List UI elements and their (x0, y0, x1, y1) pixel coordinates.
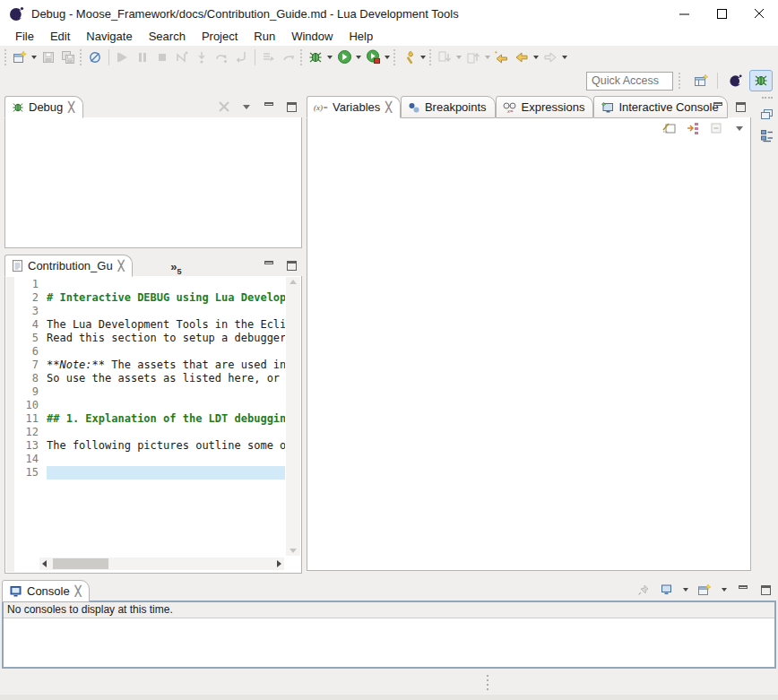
menu-edit[interactable]: Edit (42, 28, 78, 46)
pin-console-button[interactable] (636, 583, 651, 597)
open-console-dropdown[interactable] (720, 583, 728, 597)
line-text[interactable] (47, 305, 285, 318)
back-button[interactable] (512, 48, 532, 67)
editor-line[interactable]: 13The following pictures outline some o (14, 439, 285, 453)
scroll-down-icon[interactable] (290, 549, 297, 553)
forward-dropdown[interactable] (560, 48, 569, 67)
show-logical-structures-button[interactable] (686, 121, 700, 135)
toolbar-grip[interactable] (679, 73, 682, 89)
line-text[interactable]: The following pictures outline some o (47, 439, 285, 453)
minimize-view-icon[interactable] (262, 258, 276, 272)
current-line[interactable] (47, 466, 285, 480)
close-icon[interactable]: ╳ (118, 260, 125, 272)
tab-contribution-guide[interactable]: Contribution_Gu ╳ (4, 255, 133, 277)
show-type-names-button[interactable] (662, 121, 677, 135)
editor-line[interactable]: 9 (14, 385, 285, 399)
toolbar-grip[interactable] (80, 49, 83, 65)
save-button[interactable] (39, 48, 58, 67)
run-dropdown[interactable] (354, 48, 363, 67)
editor-line[interactable]: 1 (14, 278, 285, 291)
previous-annotation-dropdown[interactable] (483, 48, 492, 67)
display-selected-console-button[interactable] (659, 583, 673, 597)
tab-debug[interactable]: Debug ╳ (4, 96, 83, 118)
editor-vertical-scrollbar[interactable] (286, 277, 300, 556)
trim-handle[interactable] (762, 97, 773, 99)
line-text[interactable]: Read this section to setup a debugger (47, 332, 285, 345)
line-text[interactable]: # Interactive DEBUG using Lua Develop (47, 291, 285, 305)
external-tools-button[interactable] (363, 48, 383, 67)
minimize-view-icon[interactable] (262, 99, 276, 114)
tab-console[interactable]: Console ╳ (2, 580, 90, 602)
maximize-view-icon[interactable] (284, 99, 298, 114)
new-wizard-button[interactable] (10, 48, 30, 67)
editor-line[interactable]: 12 (14, 426, 285, 439)
close-icon[interactable]: ╳ (385, 101, 392, 113)
editor-line[interactable]: 2# Interactive DEBUG using Lua Develop (14, 291, 285, 305)
close-icon[interactable]: ╳ (75, 585, 82, 597)
editor-content[interactable]: 12# Interactive DEBUG using Lua Develop3… (4, 276, 302, 574)
save-all-button[interactable] (58, 48, 78, 67)
statusbar-drag-handle[interactable] (487, 675, 488, 690)
debug-view-content[interactable] (4, 117, 302, 248)
line-text[interactable] (47, 345, 285, 359)
use-step-filters-button[interactable] (259, 48, 279, 67)
editor-lines[interactable]: 12# Interactive DEBUG using Lua Develop3… (14, 278, 285, 480)
line-text[interactable] (47, 426, 285, 439)
console-content[interactable]: No consoles to display at this time. (2, 601, 776, 669)
editor-line[interactable]: 8So use the assets as listed here, or (14, 372, 285, 385)
torch-button[interactable] (399, 48, 419, 67)
terminate-button[interactable] (152, 48, 172, 67)
next-annotation-button[interactable] (435, 48, 454, 67)
view-menu-icon[interactable] (239, 99, 254, 114)
torch-dropdown[interactable] (419, 48, 428, 67)
line-text[interactable] (47, 385, 285, 399)
back-dropdown[interactable] (532, 48, 540, 67)
editor-line[interactable]: 14 (14, 453, 285, 466)
minimize-window-button[interactable] (665, 1, 703, 26)
menu-file[interactable]: File (7, 28, 42, 46)
next-annotation-dropdown[interactable] (454, 48, 463, 67)
restore-view-button[interactable] (760, 107, 774, 121)
scrollbar-thumb[interactable] (53, 558, 108, 569)
last-edit-location-button[interactable]: * (492, 48, 512, 67)
line-text[interactable] (47, 453, 285, 466)
maximize-view-icon[interactable] (733, 99, 748, 114)
forward-button[interactable] (540, 48, 560, 67)
tab-variables[interactable]: (x)= Variables ╳ (307, 96, 401, 118)
step-over-button[interactable] (212, 48, 231, 67)
editor-line[interactable]: 6 (14, 345, 285, 359)
editor-line[interactable]: 4The Lua Development Tools in the Ecli (14, 318, 285, 332)
editor-line[interactable]: 5Read this section to setup a debugger (14, 332, 285, 345)
debug-button[interactable] (306, 48, 325, 67)
line-text[interactable]: The Lua Development Tools in the Ecli (47, 318, 285, 332)
external-tools-dropdown[interactable] (383, 48, 392, 67)
line-text[interactable] (47, 278, 285, 291)
suspend-button[interactable] (133, 48, 152, 67)
resume-button[interactable] (113, 48, 133, 67)
close-icon[interactable]: ╳ (68, 101, 74, 113)
menu-search[interactable]: Search (141, 28, 194, 46)
outline-view-button[interactable] (760, 129, 774, 143)
editor-overflow-chevron[interactable]: »5 (170, 260, 181, 276)
line-text[interactable]: **Note:** The assets that are used in (47, 359, 285, 372)
step-into-button[interactable] (192, 48, 212, 67)
menu-help[interactable]: Help (341, 28, 381, 46)
lua-perspective-button[interactable] (724, 70, 748, 91)
step-return-button[interactable] (231, 48, 251, 67)
annotation-ruler[interactable] (6, 277, 14, 572)
minimize-view-icon[interactable] (736, 583, 750, 597)
editor-horizontal-scrollbar[interactable] (39, 557, 284, 570)
toolbar-grip[interactable] (429, 49, 433, 65)
open-perspective-button[interactable] (689, 70, 713, 91)
tab-expressions[interactable]: x= Expressions (496, 96, 594, 118)
scroll-up-icon[interactable] (290, 280, 297, 284)
editor-line[interactable]: 3 (14, 305, 285, 318)
variables-content[interactable] (307, 117, 751, 571)
editor-line[interactable]: 10 (14, 399, 285, 412)
skip-all-breakpoints-button[interactable] (85, 48, 105, 67)
collapse-all-button[interactable] (709, 121, 723, 135)
toolbar-grip[interactable] (300, 49, 304, 65)
run-button[interactable] (334, 48, 354, 67)
display-console-dropdown[interactable] (681, 583, 689, 597)
previous-annotation-button[interactable] (463, 48, 483, 67)
